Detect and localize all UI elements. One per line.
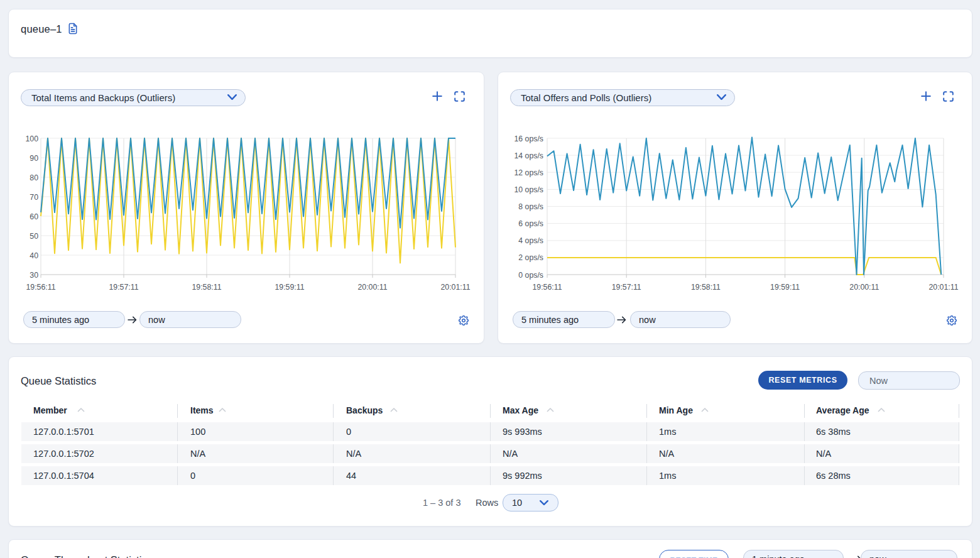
svg-text:6 ops/s: 6 ops/s	[518, 219, 543, 228]
svg-text:60: 60	[30, 212, 38, 221]
svg-text:19:58:11: 19:58:11	[691, 283, 721, 292]
svg-text:4 ops/s: 4 ops/s	[518, 236, 543, 245]
svg-text:19:56:11: 19:56:11	[533, 283, 562, 292]
svg-text:19:57:11: 19:57:11	[612, 283, 641, 292]
svg-text:20:01:11: 20:01:11	[441, 283, 471, 292]
svg-text:20:01:11: 20:01:11	[929, 283, 959, 292]
svg-text:20:00:11: 20:00:11	[849, 283, 879, 292]
svg-text:19:58:11: 19:58:11	[192, 283, 222, 292]
svg-text:19:57:11: 19:57:11	[109, 283, 139, 292]
svg-text:14 ops/s: 14 ops/s	[514, 151, 544, 160]
svg-text:12 ops/s: 12 ops/s	[514, 168, 544, 177]
svg-text:0 ops/s: 0 ops/s	[518, 271, 543, 280]
svg-text:19:59:11: 19:59:11	[275, 283, 305, 292]
svg-text:8 ops/s: 8 ops/s	[518, 202, 543, 211]
svg-text:30: 30	[30, 271, 38, 280]
svg-text:20:00:11: 20:00:11	[358, 283, 388, 292]
svg-text:16 ops/s: 16 ops/s	[514, 134, 544, 143]
svg-text:19:59:11: 19:59:11	[770, 283, 800, 292]
svg-text:40: 40	[30, 251, 38, 260]
svg-text:10 ops/s: 10 ops/s	[514, 185, 544, 194]
svg-text:2 ops/s: 2 ops/s	[518, 253, 543, 262]
svg-text:50: 50	[30, 232, 38, 241]
svg-text:100: 100	[25, 134, 38, 143]
svg-text:19:56:11: 19:56:11	[26, 283, 56, 292]
svg-text:80: 80	[30, 173, 38, 182]
svg-text:90: 90	[30, 154, 38, 163]
svg-text:70: 70	[30, 193, 38, 202]
